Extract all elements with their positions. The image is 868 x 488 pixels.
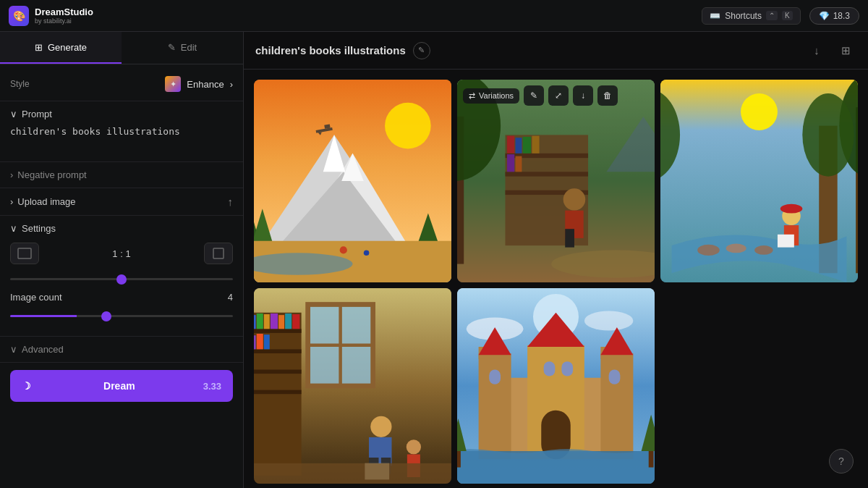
image-5 [457, 288, 655, 484]
prompt-label: Prompt [22, 109, 52, 119]
image-4 [254, 288, 451, 484]
download-all-button[interactable]: ↓ [806, 40, 827, 62]
expand-button[interactable]: ⤢ [548, 85, 569, 106]
content-header: children's books illustrations ✎ ↓ ⊞ [244, 32, 868, 70]
shortcuts-label: Shortcuts [725, 11, 762, 21]
image-grid: ⇄ Variations ✎ ⤢ ↓ 🗑 [244, 70, 868, 488]
ratio-value: 1 : 1 [46, 248, 197, 259]
svg-point-3 [385, 103, 431, 149]
content-title-row: children's books illustrations ✎ [255, 42, 430, 59]
svg-rect-59 [254, 349, 302, 353]
svg-rect-100 [609, 370, 621, 384]
keyboard-icon: ⌨️ [710, 11, 720, 21]
shortcuts-button[interactable]: ⌨️ Shortcuts ⌃ K [702, 7, 800, 25]
dream-button[interactable]: ☽ Dream 3.33 [10, 370, 233, 402]
edit-icon: ✎ [168, 42, 176, 53]
svg-point-44 [802, 93, 854, 177]
svg-point-50 [780, 204, 803, 214]
prompt-header[interactable]: ∨ Prompt [10, 109, 233, 119]
edit-image-button[interactable]: ✎ [524, 85, 544, 106]
image-card-1[interactable] [254, 80, 451, 282]
image-card-2[interactable]: ⇄ Variations ✎ ⤢ ↓ 🗑 [457, 80, 655, 282]
svg-rect-1 [213, 248, 224, 258]
download-button[interactable]: ↓ [573, 85, 593, 106]
credits-value: 18.3 [833, 11, 850, 21]
dream-cost: 3.33 [203, 381, 221, 392]
edit-title-button[interactable]: ✎ [413, 42, 430, 59]
top-header: 🎨 DreamStudio by stability.ai ⌨️ Shortcu… [0, 0, 868, 32]
image-count-slider[interactable] [10, 315, 233, 317]
svg-rect-0 [18, 248, 31, 258]
svg-point-18 [364, 250, 370, 256]
settings-header[interactable]: ∨ Settings [10, 223, 233, 234]
upload-label: Upload image [17, 196, 75, 207]
chevron-right-icon2: › [10, 169, 13, 180]
credits-button[interactable]: 💎 18.3 [809, 7, 859, 25]
svg-point-47 [754, 245, 773, 255]
delete-button[interactable]: 🗑 [597, 85, 618, 106]
svg-rect-51 [778, 235, 794, 248]
ratio-display-left [10, 243, 39, 264]
svg-rect-61 [254, 390, 302, 395]
variations-label: Variations [479, 91, 514, 100]
svg-rect-63 [254, 315, 256, 329]
style-selector[interactable]: ✦ Enhance › [165, 76, 233, 92]
negative-prompt-section[interactable]: › Negative prompt [0, 162, 243, 188]
svg-rect-88 [600, 353, 633, 459]
settings-section: ∨ Settings 1 : 1 Im [0, 216, 243, 337]
dream-label: Dream [103, 380, 135, 392]
help-button[interactable]: ? [829, 449, 854, 474]
header-actions: ↓ ⊞ [806, 40, 856, 62]
image-card-5[interactable] [457, 288, 655, 484]
tab-edit[interactable]: ✎ Edit [122, 32, 243, 64]
svg-rect-68 [285, 314, 292, 329]
upload-icon: ↑ [228, 195, 234, 208]
prompt-input[interactable]: children's books illustrations [10, 125, 233, 151]
svg-rect-99 [489, 370, 501, 384]
svg-point-17 [340, 246, 347, 253]
ratio-row: 1 : 1 [10, 243, 233, 264]
logo-text: DreamStudio by stability.ai [35, 7, 93, 25]
image-card-3[interactable] [660, 80, 858, 282]
app-subtitle: by stability.ai [35, 17, 93, 25]
svg-point-74 [370, 416, 391, 437]
upload-image-section[interactable]: › Upload image ↑ [0, 188, 243, 216]
image-1 [254, 80, 451, 282]
image-count-label: Image count [10, 292, 62, 303]
advanced-label: Advanced [22, 344, 64, 355]
advanced-section[interactable]: ∨ Advanced [0, 337, 243, 363]
app-title: DreamStudio [35, 7, 93, 17]
svg-rect-71 [254, 335, 256, 349]
logo-icon: 🎨 [9, 6, 29, 26]
chevron-right-icon: › [230, 79, 233, 90]
variations-icon: ⇄ [469, 91, 475, 101]
chevron-down-icon3: ∨ [10, 344, 17, 355]
svg-rect-73 [264, 335, 270, 349]
credits-icon: 💎 [819, 11, 830, 21]
chevron-down-icon: ∨ [10, 109, 17, 119]
style-value-text: Enhance [187, 79, 224, 90]
image-card-4[interactable] [254, 288, 451, 484]
dream-icon: ☽ [22, 380, 31, 392]
ratio-slider[interactable] [10, 278, 233, 280]
tab-edit-label: Edit [181, 42, 197, 53]
svg-rect-64 [257, 314, 263, 329]
svg-rect-87 [479, 353, 511, 459]
ratio-display-right [204, 243, 233, 264]
variations-button[interactable]: ⇄ Variations [463, 88, 519, 104]
question-icon: ? [838, 455, 844, 467]
ratio-slider-wrap [10, 270, 233, 283]
svg-point-79 [407, 439, 421, 454]
grid-view-button[interactable]: ⊞ [835, 40, 856, 62]
tab-generate-label: Generate [48, 42, 87, 53]
tab-generate[interactable]: ⊞ Generate [0, 32, 122, 64]
content-area: children's books illustrations ✎ ↓ ⊞ [244, 32, 868, 488]
svg-point-46 [726, 244, 746, 253]
svg-rect-60 [254, 370, 302, 374]
prompt-section: ∨ Prompt children's books illustrations [0, 101, 243, 162]
svg-rect-72 [257, 334, 263, 349]
settings-label: Settings [22, 223, 56, 234]
style-label: Style [10, 79, 30, 89]
svg-rect-67 [278, 315, 284, 329]
svg-rect-69 [292, 314, 299, 329]
